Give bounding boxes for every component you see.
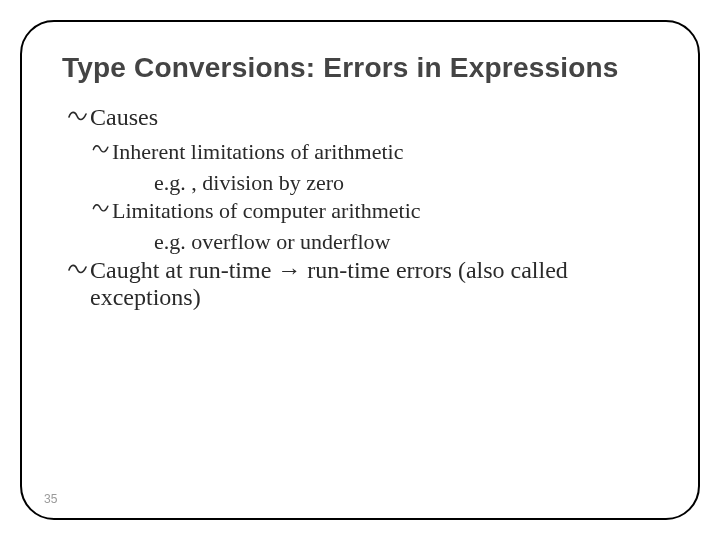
page-number: 35 — [44, 492, 57, 506]
slide-frame: Type Conversions: Errors in Expressions … — [20, 20, 700, 520]
squiggle-icon — [92, 139, 112, 168]
bullet-causes: Causes — [68, 104, 658, 135]
example-inherent: e.g. , division by zero — [154, 170, 658, 196]
squiggle-icon — [68, 104, 90, 135]
bullet-text: Inherent limitations of arithmetic — [112, 139, 658, 165]
bullet-text: Limitations of computer arithmetic — [112, 198, 658, 224]
slide-title: Type Conversions: Errors in Expressions — [62, 52, 658, 84]
bullet-inherent: Inherent limitations of arithmetic — [92, 139, 658, 168]
bullet-caught: Caught at run-time → run-time errors (al… — [68, 257, 658, 311]
example-computer: e.g. overflow or underflow — [154, 229, 658, 255]
bullet-text: Causes — [90, 104, 658, 131]
squiggle-icon — [68, 257, 90, 288]
squiggle-icon — [92, 198, 112, 227]
caught-pre: Caught at run-time — [90, 257, 277, 283]
bullet-computer: Limitations of computer arithmetic — [92, 198, 658, 227]
arrow-icon: → — [277, 257, 301, 283]
bullet-text: Caught at run-time → run-time errors (al… — [90, 257, 658, 311]
